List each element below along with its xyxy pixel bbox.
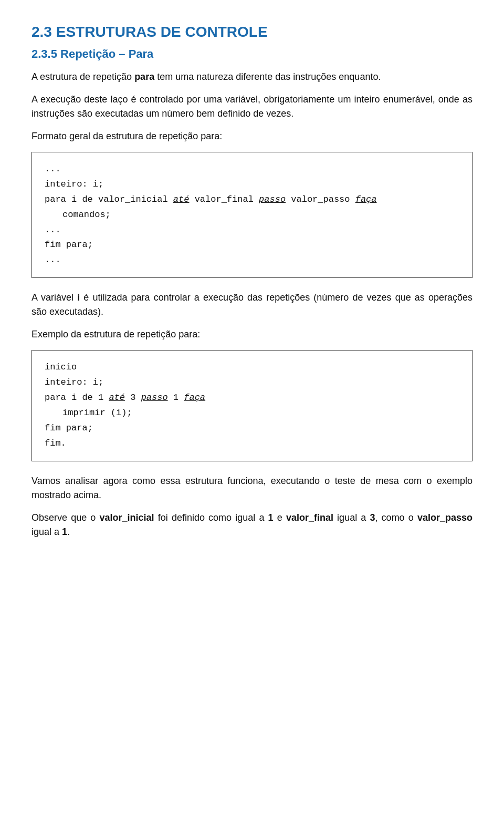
intro-paragraph-2: A execução deste laço é controlado por u… xyxy=(32,92,472,121)
code2-fim-para: fim para xyxy=(45,423,88,433)
var-post: é utilizada para controlar a execução da… xyxy=(32,292,472,317)
format-label: Formato geral da estrutura de repetição … xyxy=(32,129,472,143)
code1-line3-post: valor_passo xyxy=(286,194,355,204)
code1-line5: ... xyxy=(45,225,61,235)
var-pre: A variável xyxy=(32,292,77,303)
code2-line3-mid: 3 xyxy=(125,393,141,403)
code2-line3-post: 1 xyxy=(168,393,184,403)
observe-pre: Observe que o xyxy=(32,512,100,523)
observe-valor-final: valor_final xyxy=(286,512,333,523)
code2-line3-pre: para i de 1 xyxy=(45,393,109,403)
analysis-paragraph: Vamos analisar agora como essa estrutura… xyxy=(32,474,472,502)
code2-line5: fim para; xyxy=(45,423,93,433)
code1-line3-ate: até xyxy=(173,194,190,204)
section-title: 2.3 ESTRUTURAS DE CONTROLE xyxy=(32,21,472,43)
observe-end3: igual a xyxy=(32,527,62,537)
code2-line3-faca: faça xyxy=(184,393,205,403)
subsection-title: 2.3.5 Repetição – Para xyxy=(32,45,472,63)
code1-line3-faca: faça xyxy=(355,194,377,204)
code-block-1: ... inteiro: i; para i de valor_inicial … xyxy=(32,152,472,278)
code2-fim-semi: ; xyxy=(88,423,93,433)
code1-line3-pre: para i de valor_inicial xyxy=(45,194,173,204)
observe-end4: . xyxy=(67,527,70,537)
code2-line1: inicio xyxy=(45,362,77,372)
observe-valor-passo: valor_passo xyxy=(417,512,472,523)
example-label: Exemplo da estrutura de repetição para: xyxy=(32,327,472,342)
code1-line3: para i de valor_inicial até valor_final … xyxy=(45,194,377,204)
observe-end1: igual a xyxy=(333,512,370,523)
code2-line4: imprimir (i); xyxy=(45,406,459,421)
intro-paragraph-1: A estrutura de repetição para tem uma na… xyxy=(32,70,472,84)
observe-mid1: foi definido como igual a xyxy=(154,512,268,523)
code2-line3: para i de 1 até 3 passo 1 faça xyxy=(45,393,205,403)
code-block-2: inicio inteiro: i; para i de 1 até 3 pas… xyxy=(32,350,472,461)
intro-bold-para: para xyxy=(134,71,154,82)
observe-end2: , como o xyxy=(375,512,417,523)
code1-line3-passo: passo xyxy=(259,194,286,204)
code2-line3-ate: até xyxy=(109,393,125,403)
observe-valor-inicial: valor_inicial xyxy=(100,512,154,523)
code1-line7: ... xyxy=(45,255,61,265)
code2-line6: fim. xyxy=(45,438,66,448)
code1-line2: inteiro: i; xyxy=(45,179,103,189)
observe-num-passo: 1 xyxy=(62,527,67,537)
observe-paragraph: Observe que o valor_inicial foi definido… xyxy=(32,511,472,539)
code2-line3-passo: passo xyxy=(141,393,168,403)
observe-mid2: e xyxy=(274,512,286,523)
observe-num1: 1 xyxy=(268,512,274,523)
intro-text-after-bold: tem uma natureza diferente das instruçõe… xyxy=(154,71,381,82)
observe-num3: 3 xyxy=(370,512,375,523)
variable-paragraph: A variável i é utilizada para controlar … xyxy=(32,291,472,319)
code1-line3-mid: valor_final xyxy=(189,194,259,204)
code1-line6: fim para; xyxy=(45,240,93,250)
code1-line1: ... xyxy=(45,164,61,174)
intro-text-before-bold: A estrutura de repetição xyxy=(32,71,134,82)
code1-fim-semi: ; xyxy=(88,240,93,250)
code1-fim-para: fim para xyxy=(45,240,88,250)
code1-line4: comandos; xyxy=(45,208,459,223)
code2-line2: inteiro: i; xyxy=(45,377,103,387)
